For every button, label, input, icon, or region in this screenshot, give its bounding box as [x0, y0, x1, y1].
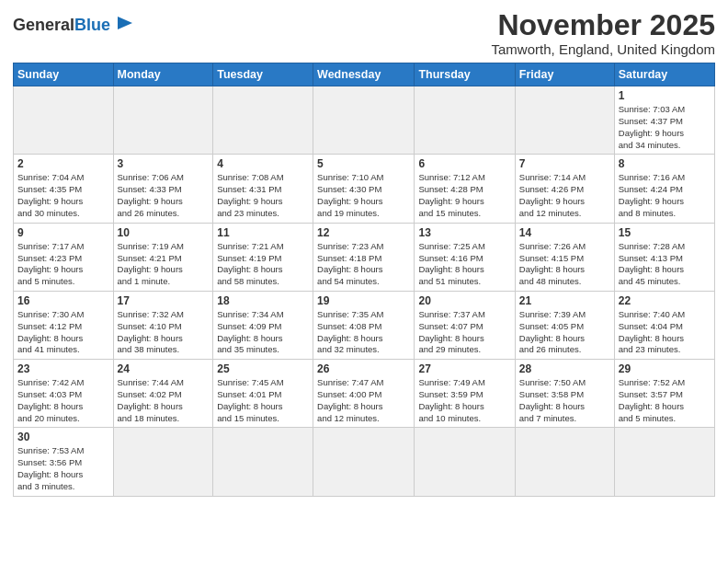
day-number: 15 — [619, 226, 711, 239]
day-number: 27 — [418, 362, 510, 375]
calendar-cell: 7Sunrise: 7:14 AM Sunset: 4:26 PM Daylig… — [515, 155, 614, 223]
day-info: Sunrise: 7:10 AM Sunset: 4:30 PM Dayligh… — [317, 172, 410, 219]
day-info: Sunrise: 7:25 AM Sunset: 4:16 PM Dayligh… — [418, 241, 510, 288]
day-info: Sunrise: 7:14 AM Sunset: 4:26 PM Dayligh… — [519, 172, 610, 219]
day-info: Sunrise: 7:42 AM Sunset: 4:03 PM Dayligh… — [17, 377, 109, 424]
day-info: Sunrise: 7:52 AM Sunset: 3:57 PM Dayligh… — [619, 377, 711, 424]
day-info: Sunrise: 7:47 AM Sunset: 4:00 PM Dayligh… — [317, 377, 410, 424]
calendar-cell: 11Sunrise: 7:21 AM Sunset: 4:19 PM Dayli… — [213, 223, 313, 291]
day-info: Sunrise: 7:06 AM Sunset: 4:33 PM Dayligh… — [118, 172, 210, 219]
calendar-cell: 21Sunrise: 7:39 AM Sunset: 4:05 PM Dayli… — [515, 291, 614, 359]
calendar-cell — [415, 428, 515, 496]
day-info: Sunrise: 7:44 AM Sunset: 4:02 PM Dayligh… — [118, 377, 210, 424]
day-info: Sunrise: 7:17 AM Sunset: 4:23 PM Dayligh… — [17, 241, 109, 288]
day-number: 24 — [118, 362, 210, 375]
calendar-title: November 2025 — [492, 9, 715, 41]
day-info: Sunrise: 7:30 AM Sunset: 4:12 PM Dayligh… — [17, 309, 109, 356]
day-number: 16 — [17, 294, 109, 307]
calendar-cell — [515, 428, 614, 496]
day-number: 30 — [17, 431, 109, 443]
day-number: 26 — [317, 362, 410, 375]
day-number: 1 — [619, 89, 711, 102]
day-info: Sunrise: 7:16 AM Sunset: 4:24 PM Dayligh… — [619, 172, 711, 219]
day-info: Sunrise: 7:21 AM Sunset: 4:19 PM Dayligh… — [217, 241, 309, 288]
day-info: Sunrise: 7:49 AM Sunset: 3:59 PM Dayligh… — [418, 377, 510, 424]
calendar-cell — [213, 86, 313, 155]
day-number: 6 — [418, 157, 510, 170]
day-number: 5 — [317, 157, 410, 170]
day-number: 3 — [118, 157, 210, 170]
calendar-cell — [313, 86, 415, 155]
logo: GeneralBlue — [13, 13, 134, 37]
day-info: Sunrise: 7:45 AM Sunset: 4:01 PM Dayligh… — [217, 377, 309, 424]
day-number: 14 — [519, 226, 610, 239]
week-row-2: 9Sunrise: 7:17 AM Sunset: 4:23 PM Daylig… — [14, 223, 715, 291]
day-info: Sunrise: 7:34 AM Sunset: 4:09 PM Dayligh… — [217, 309, 309, 356]
col-sunday: Sunday — [14, 63, 114, 86]
day-info: Sunrise: 7:50 AM Sunset: 3:58 PM Dayligh… — [519, 377, 610, 424]
day-number: 10 — [118, 226, 210, 239]
day-info: Sunrise: 7:28 AM Sunset: 4:13 PM Dayligh… — [619, 241, 711, 288]
week-row-5: 30Sunrise: 7:53 AM Sunset: 3:56 PM Dayli… — [14, 428, 715, 496]
day-info: Sunrise: 7:32 AM Sunset: 4:10 PM Dayligh… — [118, 309, 210, 356]
calendar-cell — [113, 86, 213, 155]
calendar-cell: 14Sunrise: 7:26 AM Sunset: 4:15 PM Dayli… — [515, 223, 614, 291]
day-info: Sunrise: 7:39 AM Sunset: 4:05 PM Dayligh… — [519, 309, 610, 356]
day-number: 9 — [17, 226, 109, 239]
day-info: Sunrise: 7:03 AM Sunset: 4:37 PM Dayligh… — [619, 104, 711, 151]
calendar-subtitle: Tamworth, England, United Kingdom — [492, 41, 715, 57]
calendar-cell: 12Sunrise: 7:23 AM Sunset: 4:18 PM Dayli… — [313, 223, 415, 291]
header: GeneralBlue November 2025 Tamworth, Engl… — [13, 9, 715, 57]
calendar-cell: 5Sunrise: 7:10 AM Sunset: 4:30 PM Daylig… — [313, 155, 415, 223]
week-row-3: 16Sunrise: 7:30 AM Sunset: 4:12 PM Dayli… — [14, 291, 715, 359]
day-info: Sunrise: 7:23 AM Sunset: 4:18 PM Dayligh… — [317, 241, 410, 288]
logo-text: GeneralBlue — [13, 17, 110, 33]
day-info: Sunrise: 7:35 AM Sunset: 4:08 PM Dayligh… — [317, 309, 410, 356]
calendar-cell: 20Sunrise: 7:37 AM Sunset: 4:07 PM Dayli… — [415, 291, 515, 359]
calendar-cell: 17Sunrise: 7:32 AM Sunset: 4:10 PM Dayli… — [113, 291, 213, 359]
day-number: 28 — [519, 362, 610, 375]
calendar-cell: 4Sunrise: 7:08 AM Sunset: 4:31 PM Daylig… — [213, 155, 313, 223]
calendar-cell: 29Sunrise: 7:52 AM Sunset: 3:57 PM Dayli… — [614, 360, 714, 428]
logo-icon — [114, 13, 134, 33]
calendar-cell: 10Sunrise: 7:19 AM Sunset: 4:21 PM Dayli… — [113, 223, 213, 291]
svg-marker-0 — [118, 17, 132, 29]
col-thursday: Thursday — [415, 63, 515, 86]
calendar-cell: 1Sunrise: 7:03 AM Sunset: 4:37 PM Daylig… — [614, 86, 714, 155]
calendar-cell: 22Sunrise: 7:40 AM Sunset: 4:04 PM Dayli… — [614, 291, 714, 359]
calendar-cell: 15Sunrise: 7:28 AM Sunset: 4:13 PM Dayli… — [614, 223, 714, 291]
day-number: 29 — [619, 362, 711, 375]
calendar-cell: 26Sunrise: 7:47 AM Sunset: 4:00 PM Dayli… — [313, 360, 415, 428]
week-row-0: 1Sunrise: 7:03 AM Sunset: 4:37 PM Daylig… — [14, 86, 715, 155]
calendar-cell — [14, 86, 114, 155]
calendar-cell — [515, 86, 614, 155]
day-number: 23 — [17, 362, 109, 375]
calendar-table: Sunday Monday Tuesday Wednesday Thursday… — [13, 63, 715, 497]
col-friday: Friday — [515, 63, 614, 86]
calendar-cell: 3Sunrise: 7:06 AM Sunset: 4:33 PM Daylig… — [113, 155, 213, 223]
col-tuesday: Tuesday — [213, 63, 313, 86]
col-wednesday: Wednesday — [313, 63, 415, 86]
week-row-4: 23Sunrise: 7:42 AM Sunset: 4:03 PM Dayli… — [14, 360, 715, 428]
calendar-cell — [213, 428, 313, 496]
calendar-cell: 18Sunrise: 7:34 AM Sunset: 4:09 PM Dayli… — [213, 291, 313, 359]
day-info: Sunrise: 7:12 AM Sunset: 4:28 PM Dayligh… — [418, 172, 510, 219]
page: GeneralBlue November 2025 Tamworth, Engl… — [0, 0, 728, 563]
calendar-cell: 13Sunrise: 7:25 AM Sunset: 4:16 PM Dayli… — [415, 223, 515, 291]
calendar-cell: 28Sunrise: 7:50 AM Sunset: 3:58 PM Dayli… — [515, 360, 614, 428]
day-info: Sunrise: 7:37 AM Sunset: 4:07 PM Dayligh… — [418, 309, 510, 356]
day-info: Sunrise: 7:19 AM Sunset: 4:21 PM Dayligh… — [118, 241, 210, 288]
calendar-cell: 27Sunrise: 7:49 AM Sunset: 3:59 PM Dayli… — [415, 360, 515, 428]
title-block: November 2025 Tamworth, England, United … — [492, 9, 715, 57]
week-row-1: 2Sunrise: 7:04 AM Sunset: 4:35 PM Daylig… — [14, 155, 715, 223]
col-saturday: Saturday — [614, 63, 714, 86]
calendar-cell: 24Sunrise: 7:44 AM Sunset: 4:02 PM Dayli… — [113, 360, 213, 428]
calendar-cell: 6Sunrise: 7:12 AM Sunset: 4:28 PM Daylig… — [415, 155, 515, 223]
day-number: 4 — [217, 157, 309, 170]
calendar-cell: 19Sunrise: 7:35 AM Sunset: 4:08 PM Dayli… — [313, 291, 415, 359]
calendar-cell — [313, 428, 415, 496]
calendar-cell: 9Sunrise: 7:17 AM Sunset: 4:23 PM Daylig… — [14, 223, 114, 291]
calendar-cell: 25Sunrise: 7:45 AM Sunset: 4:01 PM Dayli… — [213, 360, 313, 428]
logo-blue: Blue — [74, 16, 110, 34]
calendar-cell — [113, 428, 213, 496]
